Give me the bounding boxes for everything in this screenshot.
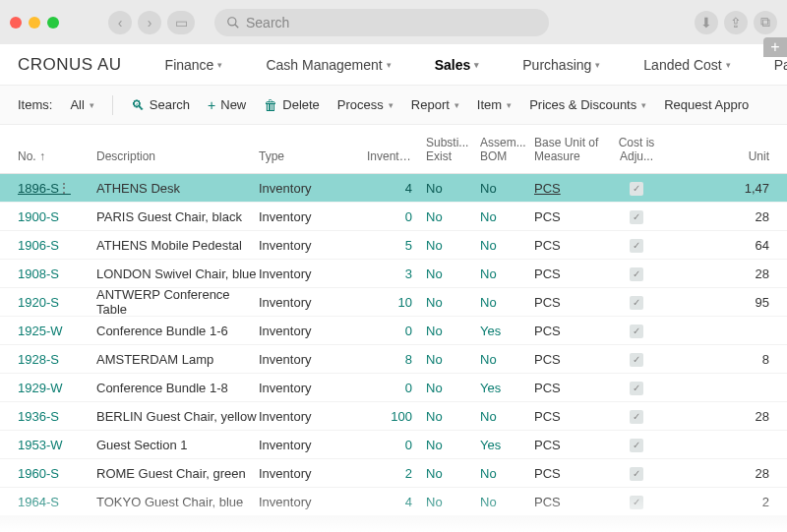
cell-assembly[interactable]: No <box>480 209 534 224</box>
nav-purchasing[interactable]: Purchasing▾ <box>522 57 600 73</box>
cell-no[interactable]: 1900-S⋮ <box>18 208 96 224</box>
table-row[interactable]: 1906-S⋮ATHENS Mobile PedestalInventory5N… <box>0 231 787 260</box>
cell-inventory[interactable]: 3 <box>367 266 426 281</box>
table-row[interactable]: 1896-S⋮ATHENS DeskInventory4NoNoPCS✓1,47 <box>0 174 787 203</box>
cell-substitute[interactable]: No <box>426 438 480 452</box>
back-button[interactable]: ‹ <box>108 11 132 34</box>
cell-assembly[interactable]: Yes <box>480 324 534 338</box>
cell-inventory[interactable]: 0 <box>367 438 426 452</box>
cell-inventory[interactable]: 10 <box>367 295 426 310</box>
process-menu[interactable]: Process▾ <box>337 97 394 112</box>
cell-assembly[interactable]: No <box>480 181 534 196</box>
table-row[interactable]: 1928-S⋮AMSTERDAM LampInventory8NoNoPCS✓8 <box>0 345 787 374</box>
reader-button[interactable]: ▭ <box>167 11 195 34</box>
cell-cost-adjusted[interactable]: ✓ <box>613 237 660 253</box>
nav-payroll[interactable]: Payroll▾ <box>774 57 787 73</box>
cell-no[interactable]: 1928-S⋮ <box>18 351 96 367</box>
cell-cost-adjusted[interactable]: ✓ <box>613 494 660 509</box>
col-type[interactable]: Type <box>259 149 367 163</box>
prices-menu[interactable]: Prices & Discounts▾ <box>529 97 646 112</box>
cell-substitute[interactable]: No <box>426 181 480 196</box>
cell-no[interactable]: 1908-S⋮ <box>18 266 96 281</box>
cell-no[interactable]: 1936-S⋮ <box>18 408 96 424</box>
cell-substitute[interactable]: No <box>426 295 480 310</box>
cell-cost-adjusted[interactable]: ✓ <box>613 408 660 424</box>
cell-base-unit[interactable]: PCS <box>534 238 613 253</box>
cell-base-unit[interactable]: PCS <box>534 181 613 196</box>
cell-assembly[interactable]: No <box>480 495 534 509</box>
nav-cash-management[interactable]: Cash Management▾ <box>266 57 391 73</box>
cell-assembly[interactable]: Yes <box>480 381 534 395</box>
cell-inventory[interactable]: 8 <box>367 352 426 367</box>
cell-no[interactable]: 1964-S⋮ <box>18 494 96 509</box>
table-row[interactable]: 1925-W⋮Conference Bundle 1-6Inventory0No… <box>0 317 787 345</box>
col-description[interactable]: Description <box>96 149 259 163</box>
cell-base-unit[interactable]: PCS <box>534 295 613 310</box>
table-row[interactable]: 1908-S⋮LONDON Swivel Chair, blueInventor… <box>0 260 787 288</box>
cell-substitute[interactable]: No <box>426 381 480 395</box>
cell-substitute[interactable]: No <box>426 238 480 253</box>
cell-cost-adjusted[interactable]: ✓ <box>613 294 660 310</box>
col-assembly-bom[interactable]: Assem... BOM <box>480 136 534 163</box>
cell-substitute[interactable]: No <box>426 352 480 367</box>
cell-base-unit[interactable]: PCS <box>534 266 613 281</box>
tabs-button[interactable]: ⧉ <box>754 11 777 34</box>
report-menu[interactable]: Report▾ <box>411 97 459 112</box>
cell-base-unit[interactable]: PCS <box>534 409 613 424</box>
close-window-icon[interactable] <box>10 17 22 29</box>
cell-inventory[interactable]: 5 <box>367 238 426 253</box>
cell-substitute[interactable]: No <box>426 324 480 338</box>
forward-button[interactable]: › <box>138 11 161 34</box>
row-menu-icon[interactable]: ⋮ <box>57 180 71 196</box>
cell-cost-adjusted[interactable]: ✓ <box>613 351 660 367</box>
cell-assembly[interactable]: Yes <box>480 438 534 452</box>
cell-cost-adjusted[interactable]: ✓ <box>613 266 660 281</box>
downloads-button[interactable]: ⬇ <box>695 11 718 34</box>
col-inventory[interactable]: Inventory <box>367 149 426 163</box>
cell-base-unit[interactable]: PCS <box>534 381 613 395</box>
cell-no[interactable]: 1953-W⋮ <box>18 437 96 452</box>
cell-inventory[interactable]: 0 <box>367 381 426 395</box>
cell-substitute[interactable]: No <box>426 209 480 224</box>
filter-all[interactable]: All▾ <box>70 97 93 112</box>
maximize-window-icon[interactable] <box>47 17 59 29</box>
cell-no[interactable]: 1906-S⋮ <box>18 237 96 253</box>
nav-finance[interactable]: Finance▾ <box>165 57 223 73</box>
cell-cost-adjusted[interactable]: ✓ <box>613 208 660 224</box>
minimize-window-icon[interactable] <box>29 17 40 29</box>
cell-assembly[interactable]: No <box>480 409 534 424</box>
table-row[interactable]: 1900-S⋮PARIS Guest Chair, blackInventory… <box>0 203 787 231</box>
cell-base-unit[interactable]: PCS <box>534 209 613 224</box>
cell-assembly[interactable]: No <box>480 352 534 367</box>
search-button[interactable]: 🔍︎Search <box>131 97 190 113</box>
cell-assembly[interactable]: No <box>480 266 534 281</box>
cell-inventory[interactable]: 100 <box>367 409 426 424</box>
cell-cost-adjusted[interactable]: ✓ <box>613 437 660 452</box>
nav-landed-cost[interactable]: Landed Cost▾ <box>643 57 730 73</box>
cell-cost-adjusted[interactable]: ✓ <box>613 323 660 338</box>
cell-base-unit[interactable]: PCS <box>534 324 613 338</box>
nav-sales[interactable]: Sales▾ <box>435 57 480 73</box>
share-button[interactable]: ⇪ <box>724 11 748 34</box>
col-unit[interactable]: Unit <box>660 149 769 163</box>
table-row[interactable]: 1920-S⋮ANTWERP Conference TableInventory… <box>0 288 787 317</box>
table-row[interactable]: 1929-W⋮Conference Bundle 1-8Inventory0No… <box>0 374 787 402</box>
cell-no[interactable]: 1896-S⋮ <box>18 180 96 196</box>
cell-no[interactable]: 1925-W⋮ <box>18 323 96 338</box>
cell-inventory[interactable]: 0 <box>367 324 426 338</box>
cell-base-unit[interactable]: PCS <box>534 352 613 367</box>
table-row[interactable]: 1936-S⋮BERLIN Guest Chair, yellowInvento… <box>0 402 787 431</box>
cell-no[interactable]: 1920-S⋮ <box>18 294 96 310</box>
cell-base-unit[interactable]: PCS <box>534 495 613 509</box>
cell-no[interactable]: 1960-S⋮ <box>18 465 96 481</box>
cell-cost-adjusted[interactable]: ✓ <box>613 465 660 481</box>
cell-substitute[interactable]: No <box>426 495 480 509</box>
col-base-unit[interactable]: Base Unit of Measure <box>534 136 613 163</box>
cell-inventory[interactable]: 2 <box>367 466 426 481</box>
cell-substitute[interactable]: No <box>426 266 480 281</box>
item-menu[interactable]: Item▾ <box>477 97 512 112</box>
request-approval-button[interactable]: Request Appro <box>664 97 749 112</box>
cell-substitute[interactable]: No <box>426 466 480 481</box>
delete-button[interactable]: 🗑Delete <box>264 97 320 113</box>
col-no[interactable]: No. ↑ <box>18 149 96 163</box>
